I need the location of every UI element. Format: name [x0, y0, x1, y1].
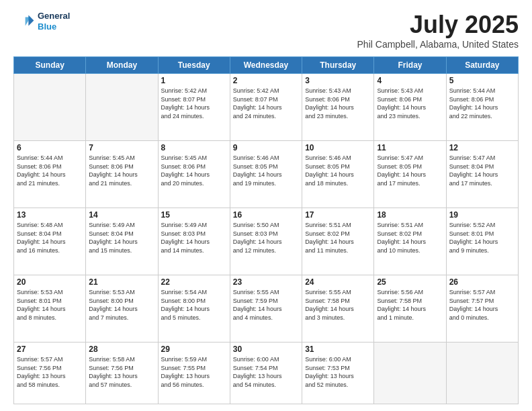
- day-info: Sunrise: 5:50 AM Sunset: 8:03 PM Dayligh…: [233, 221, 299, 255]
- day-info: Sunrise: 5:44 AM Sunset: 8:06 PM Dayligh…: [449, 87, 515, 120]
- day-info: Sunrise: 5:49 AM Sunset: 8:03 PM Dayligh…: [161, 221, 227, 255]
- day-info: Sunrise: 5:55 AM Sunset: 7:59 PM Dayligh…: [233, 288, 299, 322]
- day-number: 29: [161, 345, 227, 354]
- day-info: Sunrise: 5:47 AM Sunset: 8:05 PM Dayligh…: [377, 154, 443, 187]
- day-number: 14: [89, 210, 154, 220]
- day-number: 25: [377, 277, 443, 287]
- day-info: Sunrise: 5:52 AM Sunset: 8:01 PM Dayligh…: [449, 221, 515, 255]
- day-number: 18: [377, 210, 443, 220]
- table-row: 5Sunrise: 5:44 AM Sunset: 8:06 PM Daylig…: [446, 74, 518, 141]
- day-info: Sunrise: 5:46 AM Sunset: 8:05 PM Dayligh…: [305, 154, 371, 187]
- day-info: Sunrise: 5:45 AM Sunset: 8:06 PM Dayligh…: [161, 154, 227, 187]
- col-thursday: Thursday: [302, 57, 374, 74]
- day-info: Sunrise: 5:58 AM Sunset: 7:56 PM Dayligh…: [89, 355, 154, 389]
- table-row: 22Sunrise: 5:54 AM Sunset: 8:00 PM Dayli…: [158, 275, 230, 342]
- day-number: 23: [233, 277, 299, 287]
- day-number: 30: [233, 345, 299, 354]
- day-number: 3: [305, 76, 371, 85]
- table-row: [86, 74, 158, 141]
- table-row: 10Sunrise: 5:46 AM Sunset: 8:05 PM Dayli…: [302, 141, 374, 208]
- day-info: Sunrise: 6:00 AM Sunset: 7:54 PM Dayligh…: [233, 355, 299, 389]
- day-number: 28: [89, 345, 154, 354]
- calendar-table: Sunday Monday Tuesday Wednesday Thursday…: [13, 56, 519, 404]
- table-row: 8Sunrise: 5:45 AM Sunset: 8:06 PM Daylig…: [158, 141, 230, 208]
- day-info: Sunrise: 5:56 AM Sunset: 7:58 PM Dayligh…: [377, 288, 443, 322]
- day-number: 4: [377, 76, 443, 85]
- day-number: 31: [305, 345, 371, 354]
- table-row: 26Sunrise: 5:57 AM Sunset: 7:57 PM Dayli…: [446, 275, 518, 342]
- table-row: [14, 74, 86, 141]
- day-number: 22: [161, 277, 227, 287]
- calendar-header-row: Sunday Monday Tuesday Wednesday Thursday…: [14, 57, 519, 74]
- table-row: 4Sunrise: 5:43 AM Sunset: 8:06 PM Daylig…: [374, 74, 446, 141]
- table-row: 31Sunrise: 6:00 AM Sunset: 7:53 PM Dayli…: [302, 342, 374, 404]
- title-section: July 2025 Phil Campbell, Alabama, United…: [357, 11, 519, 50]
- col-monday: Monday: [86, 57, 158, 74]
- day-number: 7: [89, 143, 154, 152]
- day-number: 13: [17, 210, 83, 220]
- day-info: Sunrise: 5:48 AM Sunset: 8:04 PM Dayligh…: [17, 221, 83, 255]
- table-row: 3Sunrise: 5:43 AM Sunset: 8:06 PM Daylig…: [302, 74, 374, 141]
- day-info: Sunrise: 5:47 AM Sunset: 8:04 PM Dayligh…: [449, 154, 515, 187]
- day-number: 5: [449, 76, 515, 85]
- day-number: 1: [161, 76, 227, 85]
- day-number: 9: [233, 143, 299, 152]
- day-info: Sunrise: 5:43 AM Sunset: 8:06 PM Dayligh…: [377, 87, 443, 120]
- table-row: 15Sunrise: 5:49 AM Sunset: 8:03 PM Dayli…: [158, 208, 230, 275]
- table-row: 14Sunrise: 5:49 AM Sunset: 8:04 PM Dayli…: [86, 208, 158, 275]
- table-row: 29Sunrise: 5:59 AM Sunset: 7:55 PM Dayli…: [158, 342, 230, 404]
- day-info: Sunrise: 5:43 AM Sunset: 8:06 PM Dayligh…: [305, 87, 371, 120]
- day-info: Sunrise: 5:57 AM Sunset: 7:57 PM Dayligh…: [449, 288, 515, 322]
- day-info: Sunrise: 5:53 AM Sunset: 8:00 PM Dayligh…: [89, 288, 154, 322]
- table-row: 11Sunrise: 5:47 AM Sunset: 8:05 PM Dayli…: [374, 141, 446, 208]
- day-info: Sunrise: 5:51 AM Sunset: 8:02 PM Dayligh…: [305, 221, 371, 255]
- location: Phil Campbell, Alabama, United States: [357, 39, 519, 50]
- table-row: 19Sunrise: 5:52 AM Sunset: 8:01 PM Dayli…: [446, 208, 518, 275]
- month-year: July 2025: [357, 11, 519, 39]
- col-tuesday: Tuesday: [158, 57, 230, 74]
- day-info: Sunrise: 5:44 AM Sunset: 8:06 PM Dayligh…: [17, 154, 83, 187]
- table-row: 30Sunrise: 6:00 AM Sunset: 7:54 PM Dayli…: [230, 342, 302, 404]
- header: General Blue July 2025 Phil Campbell, Al…: [13, 11, 519, 50]
- logo-icon: [13, 11, 35, 32]
- day-number: 20: [17, 277, 83, 287]
- table-row: 21Sunrise: 5:53 AM Sunset: 8:00 PM Dayli…: [86, 275, 158, 342]
- table-row: 2Sunrise: 5:42 AM Sunset: 8:07 PM Daylig…: [230, 74, 302, 141]
- day-info: Sunrise: 5:49 AM Sunset: 8:04 PM Dayligh…: [89, 221, 154, 255]
- day-info: Sunrise: 5:55 AM Sunset: 7:58 PM Dayligh…: [305, 288, 371, 322]
- table-row: 16Sunrise: 5:50 AM Sunset: 8:03 PM Dayli…: [230, 208, 302, 275]
- table-row: 13Sunrise: 5:48 AM Sunset: 8:04 PM Dayli…: [14, 208, 86, 275]
- day-number: 27: [17, 345, 83, 354]
- day-number: 6: [17, 143, 83, 152]
- table-row: 7Sunrise: 5:45 AM Sunset: 8:06 PM Daylig…: [86, 141, 158, 208]
- table-row: 27Sunrise: 5:57 AM Sunset: 7:56 PM Dayli…: [14, 342, 86, 404]
- day-number: 21: [89, 277, 154, 287]
- day-number: 15: [161, 210, 227, 220]
- day-info: Sunrise: 5:51 AM Sunset: 8:02 PM Dayligh…: [377, 221, 443, 255]
- day-number: 24: [305, 277, 371, 287]
- table-row: 18Sunrise: 5:51 AM Sunset: 8:02 PM Dayli…: [374, 208, 446, 275]
- col-saturday: Saturday: [446, 57, 518, 74]
- day-number: 10: [305, 143, 371, 152]
- day-info: Sunrise: 5:59 AM Sunset: 7:55 PM Dayligh…: [161, 355, 227, 389]
- day-number: 2: [233, 76, 299, 85]
- col-friday: Friday: [374, 57, 446, 74]
- table-row: 9Sunrise: 5:46 AM Sunset: 8:05 PM Daylig…: [230, 141, 302, 208]
- day-info: Sunrise: 6:00 AM Sunset: 7:53 PM Dayligh…: [305, 355, 371, 389]
- col-wednesday: Wednesday: [230, 57, 302, 74]
- day-number: 16: [233, 210, 299, 220]
- day-info: Sunrise: 5:54 AM Sunset: 8:00 PM Dayligh…: [161, 288, 227, 322]
- table-row: [374, 342, 446, 404]
- day-info: Sunrise: 5:42 AM Sunset: 8:07 PM Dayligh…: [233, 87, 299, 120]
- day-info: Sunrise: 5:45 AM Sunset: 8:06 PM Dayligh…: [89, 154, 154, 187]
- table-row: 1Sunrise: 5:42 AM Sunset: 8:07 PM Daylig…: [158, 74, 230, 141]
- day-info: Sunrise: 5:46 AM Sunset: 8:05 PM Dayligh…: [233, 154, 299, 187]
- logo: General Blue: [13, 11, 70, 32]
- svg-marker-0: [28, 15, 34, 26]
- day-info: Sunrise: 5:42 AM Sunset: 8:07 PM Dayligh…: [161, 87, 227, 120]
- table-row: 20Sunrise: 5:53 AM Sunset: 8:01 PM Dayli…: [14, 275, 86, 342]
- day-info: Sunrise: 5:53 AM Sunset: 8:01 PM Dayligh…: [17, 288, 83, 322]
- col-sunday: Sunday: [14, 57, 86, 74]
- table-row: 28Sunrise: 5:58 AM Sunset: 7:56 PM Dayli…: [86, 342, 158, 404]
- day-number: 17: [305, 210, 371, 220]
